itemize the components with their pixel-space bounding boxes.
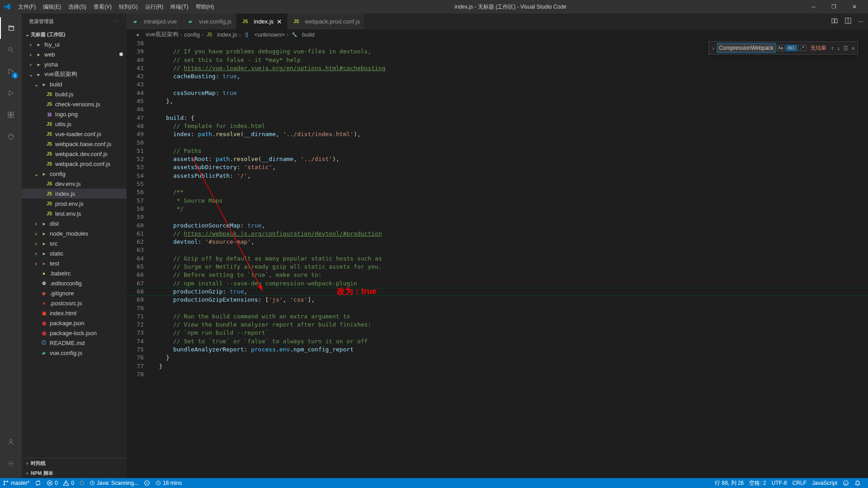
status-encoding[interactable]: UTF-8: [769, 478, 790, 488]
chevron-right-icon: ›: [180, 31, 182, 38]
status-spaces[interactable]: 空格: 2: [746, 478, 769, 488]
img-icon: ▤: [45, 112, 53, 117]
file-item[interactable]: ⚙.editorconfig: [22, 278, 127, 288]
menu-item[interactable]: 文件(F): [14, 1, 39, 13]
folder-item[interactable]: ⌄▸config: [22, 169, 127, 179]
tabs: ▰intralipid.vue▰vue.config.jsJSindex.js✕…: [127, 14, 868, 29]
more-icon[interactable]: ⋯: [114, 19, 119, 24]
status-feedback-icon[interactable]: [840, 478, 852, 488]
explorer-icon[interactable]: [0, 17, 22, 39]
accounts-icon[interactable]: [0, 431, 22, 453]
status-time[interactable]: 18 mins: [153, 478, 184, 488]
status-java[interactable]: Java: Scanning...: [87, 478, 141, 488]
folder-icon: ▸: [134, 32, 142, 37]
chevron-icon: ›: [33, 260, 40, 267]
file-item[interactable]: ▣package.json: [22, 318, 127, 328]
file-item[interactable]: ▣index.html: [22, 308, 127, 318]
folder-item[interactable]: ⌄▸vue底层架构: [22, 69, 127, 79]
file-tree: ›▸fsy_ui›▸web›▸yisha⌄▸vue底层架构⌄▸buildJSbu…: [22, 39, 127, 458]
menu-item[interactable]: 终端(T): [167, 1, 192, 13]
status-language[interactable]: JavaScript: [809, 478, 840, 488]
file-item[interactable]: ●.postcssrc.js: [22, 298, 127, 308]
file-item[interactable]: ▰vue.config.js: [22, 348, 127, 358]
file-item[interactable]: JSbuild.js: [22, 89, 127, 99]
folder-item[interactable]: ›▸static: [22, 248, 127, 258]
menu-item[interactable]: 查看(V): [90, 1, 115, 13]
menu-item[interactable]: 运行(R): [142, 1, 167, 13]
file-item[interactable]: JSwebpack.base.conf.js: [22, 139, 127, 149]
npm-scripts-section[interactable]: ›NPM 脚本: [22, 468, 127, 478]
svg-point-0: [9, 47, 12, 51]
tab-more-icon[interactable]: ⋯: [858, 19, 863, 25]
file-item[interactable]: JStest.env.js: [22, 208, 127, 218]
run-debug-icon[interactable]: [0, 82, 22, 104]
folder-item[interactable]: ›▸dist: [22, 218, 127, 228]
status-position[interactable]: 行 68, 列 26: [712, 478, 746, 488]
svg-point-16: [4, 484, 5, 485]
status-eol[interactable]: CRLF: [790, 478, 809, 488]
maximize-button[interactable]: ❐: [824, 0, 844, 14]
folder-item[interactable]: ⌄▸build: [22, 79, 127, 89]
find-word-toggle[interactable]: Abl: [786, 45, 797, 51]
folder-item[interactable]: ›▸web: [22, 49, 127, 59]
item-label: node_modules: [50, 230, 88, 237]
file-item[interactable]: JScheck-versions.js: [22, 99, 127, 109]
status-prettier[interactable]: [141, 478, 153, 488]
menu-item[interactable]: 编辑(E): [39, 1, 65, 13]
timeline-section[interactable]: ›时间线: [22, 458, 127, 468]
file-item[interactable]: ⓘREADME.md: [22, 338, 127, 348]
editor-tab[interactable]: JSindex.js✕: [236, 14, 288, 29]
folder-item[interactable]: ›▸node_modules: [22, 228, 127, 238]
menu-item[interactable]: 转到(G): [115, 1, 141, 13]
edge-tools-icon[interactable]: [0, 126, 22, 147]
extensions-icon[interactable]: [0, 104, 22, 126]
file-item[interactable]: JSwebpack.prod.conf.js: [22, 159, 127, 169]
editor-tab[interactable]: ▰intralipid.vue: [127, 14, 182, 29]
menu-item[interactable]: 帮助(H): [192, 1, 218, 13]
git-icon: ◆: [40, 291, 48, 296]
file-item[interactable]: JSvue-loader.conf.js: [22, 129, 127, 139]
file-item[interactable]: JSprod.env.js: [22, 199, 127, 208]
breadcrumb[interactable]: ▸vue底层架构›config›JSindex.js›{}<unknown>›🔧…: [127, 29, 868, 39]
minimize-button[interactable]: ─: [803, 0, 824, 14]
compare-icon[interactable]: [831, 17, 838, 26]
source-control-icon[interactable]: 2: [0, 61, 22, 82]
file-item[interactable]: JSindex.js: [22, 189, 127, 199]
status-problems[interactable]: 0 0: [44, 478, 77, 488]
file-item[interactable]: JSdev.env.js: [22, 179, 127, 189]
search-icon[interactable]: [0, 39, 22, 61]
editor-tab[interactable]: ▰vue.config.js: [182, 14, 236, 29]
file-item[interactable]: JSutils.js: [22, 119, 127, 129]
menu-item[interactable]: 选择(S): [65, 1, 90, 13]
js-icon: JS: [45, 102, 53, 107]
folder-item[interactable]: ›▸test: [22, 258, 127, 268]
folder-item[interactable]: ›▸src: [22, 238, 127, 248]
folder-item[interactable]: ›▸yisha: [22, 59, 127, 69]
workspace-section-header[interactable]: ⌄ 无标题 (工作区): [22, 29, 127, 39]
file-item[interactable]: ▣package-lock.json: [22, 328, 127, 338]
find-next-icon[interactable]: ↓: [836, 44, 841, 52]
file-item[interactable]: JSwebpack.dev.conf.js: [22, 149, 127, 159]
tab-close-icon[interactable]: ✕: [276, 19, 283, 25]
find-close-icon[interactable]: ✕: [850, 44, 856, 52]
chevron-right-icon: ›: [202, 31, 203, 38]
settings-icon[interactable]: [0, 453, 22, 474]
file-item[interactable]: ◆.gitignore: [22, 288, 127, 298]
find-input[interactable]: [717, 43, 776, 53]
split-editor-icon[interactable]: [844, 17, 852, 26]
find-expand-icon[interactable]: ›: [711, 44, 716, 52]
file-item[interactable]: ▤logo.png: [22, 109, 127, 119]
find-regex-toggle[interactable]: .*: [798, 45, 807, 51]
code-editor[interactable]: 3839404142434445464748495051525354555657…: [127, 39, 868, 478]
file-item[interactable]: ●.babelrc: [22, 268, 127, 278]
status-branch[interactable]: master*: [0, 478, 32, 488]
find-selection-icon[interactable]: ☰: [842, 44, 849, 52]
folder-item[interactable]: ›▸fsy_ui: [22, 39, 127, 49]
find-prev-icon[interactable]: ↑: [830, 44, 835, 52]
close-button[interactable]: ✕: [844, 0, 864, 14]
status-sync[interactable]: [32, 478, 44, 488]
find-case-toggle[interactable]: Aa: [777, 45, 785, 51]
status-eslint[interactable]: ⬡: [77, 478, 87, 488]
editor-tab[interactable]: JSwebpack.prod.conf.js: [288, 14, 365, 29]
status-bell-icon[interactable]: [852, 478, 863, 488]
